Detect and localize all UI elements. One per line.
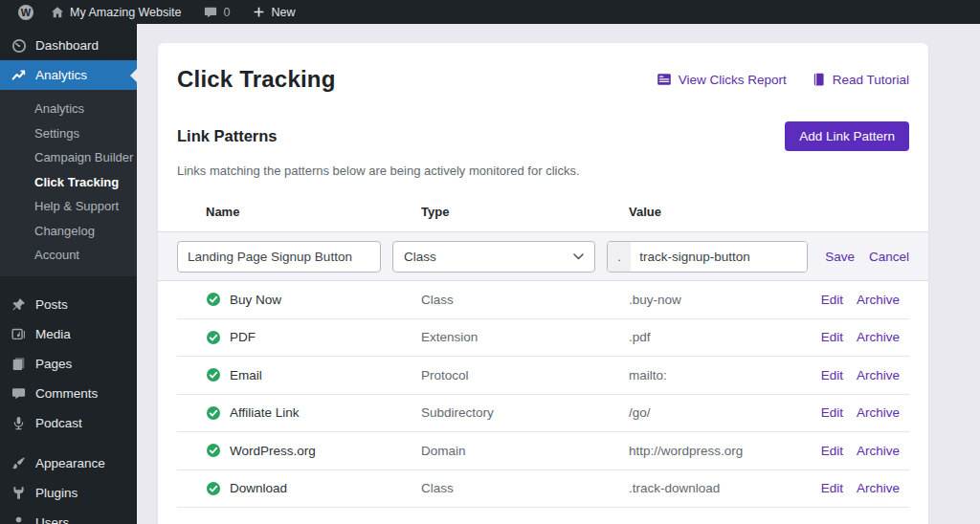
sidebar-item-label: Plugins [35, 486, 78, 500]
comments-icon [11, 386, 27, 401]
submenu-item-changelog[interactable]: Changelog [0, 219, 137, 244]
archive-link[interactable]: Archive [857, 405, 900, 420]
submenu-item-click-tracking[interactable]: Click Tracking [0, 170, 137, 195]
sidebar-item-label: Pages [35, 357, 72, 371]
book-icon [812, 72, 826, 87]
comments-menu[interactable]: 0 [195, 0, 238, 24]
sidebar-item-label: Dashboard [35, 38, 99, 53]
pages-icon [11, 357, 27, 371]
plug-icon [11, 486, 27, 500]
content-area: Click Tracking View Clicks Report Read T… [137, 24, 980, 524]
archive-link[interactable]: Archive [857, 444, 900, 458]
edit-link[interactable]: Edit [821, 293, 843, 307]
site-menu[interactable]: My Amazing Website [42, 0, 189, 24]
pattern-value: .pdf [629, 330, 787, 344]
pattern-name-input[interactable] [177, 241, 381, 273]
sidebar-menu-group-lower: Appearance Plugins Users [0, 448, 137, 524]
home-icon [51, 6, 64, 19]
submenu-item-help-support[interactable]: Help & Support [0, 194, 137, 219]
active-check-icon [206, 481, 221, 496]
new-label: New [271, 6, 295, 19]
pattern-value: .track-download [629, 481, 787, 495]
sidebar-item-analytics[interactable]: Analytics [0, 60, 137, 90]
archive-link[interactable]: Archive [857, 368, 900, 382]
new-content-menu[interactable]: New [244, 0, 303, 24]
site-name: My Amazing Website [70, 6, 181, 19]
pattern-value: mailto: [629, 368, 787, 382]
admin-sidebar: Dashboard Analytics Analytics Settings C… [0, 24, 137, 524]
archive-link[interactable]: Archive [857, 330, 900, 344]
column-header-type: Type [421, 205, 629, 219]
pattern-type: Domain [421, 444, 629, 458]
link-patterns-description: Links matching the patterns below are be… [177, 164, 909, 178]
table-row: Affiliate Link Subdirectory /go/ Edit Ar… [177, 395, 909, 433]
sidebar-menu-group: Posts Media Pages Comments [0, 290, 137, 438]
sidebar-item-podcast[interactable]: Podcast [0, 408, 137, 438]
sidebar-item-users[interactable]: Users [0, 508, 137, 524]
table-row: Download Class .track-download Edit Arch… [177, 470, 909, 509]
pattern-value-input[interactable] [631, 242, 807, 272]
media-icon [11, 327, 27, 341]
pattern-type: Protocol [421, 368, 629, 382]
sidebar-item-label: Appearance [35, 456, 105, 470]
read-tutorial-link[interactable]: Read Tutorial [812, 72, 909, 87]
sidebar-item-comments[interactable]: Comments [0, 379, 137, 408]
active-check-icon [206, 405, 221, 421]
submenu-item-account[interactable]: Account [0, 243, 137, 268]
edit-link[interactable]: Edit [821, 368, 843, 382]
cancel-button[interactable]: Cancel [869, 250, 909, 264]
add-link-pattern-button[interactable]: Add Link Pattern [785, 121, 909, 151]
sidebar-item-appearance[interactable]: Appearance [0, 448, 137, 478]
save-button[interactable]: Save [825, 250, 855, 264]
wp-logo-menu[interactable]: W [10, 0, 42, 24]
active-check-icon [206, 292, 221, 307]
pattern-name: Buy Now [230, 293, 281, 307]
pattern-value-prefix: . [608, 242, 631, 272]
link-patterns-title: Link Patterns [177, 127, 278, 145]
active-check-icon [206, 443, 221, 458]
edit-link[interactable]: Edit [821, 444, 843, 458]
submenu-item-settings[interactable]: Settings [0, 121, 137, 146]
pattern-type-select[interactable]: Class [392, 241, 595, 273]
edit-link[interactable]: Edit [821, 405, 843, 420]
sidebar-item-pages[interactable]: Pages [0, 349, 137, 379]
pattern-type: Subdirectory [421, 405, 629, 420]
sidebar-item-label: Comments [35, 386, 98, 401]
user-icon [11, 515, 27, 524]
chevron-down-icon [573, 253, 584, 260]
sidebar-item-label: Analytics [35, 68, 87, 82]
pattern-type: Class [421, 481, 629, 495]
analytics-submenu: Analytics Settings Campaign Builder Clic… [0, 90, 137, 276]
click-tracking-card: Click Tracking View Clicks Report Read T… [158, 43, 928, 524]
wordpress-logo-icon: W [18, 5, 33, 20]
edit-link[interactable]: Edit [821, 481, 843, 495]
column-header-name: Name [206, 205, 421, 219]
edit-link[interactable]: Edit [821, 330, 843, 344]
link-patterns-header: Link Patterns Add Link Pattern [177, 121, 909, 151]
pushpin-icon [11, 297, 27, 312]
view-clicks-report-link[interactable]: View Clicks Report [657, 72, 787, 87]
sidebar-item-posts[interactable]: Posts [0, 290, 137, 319]
report-icon [657, 72, 672, 87]
table-row: Email Protocol mailto: Edit Archive [177, 357, 909, 395]
header-links: View Clicks Report Read Tutorial [657, 72, 909, 87]
sidebar-item-media[interactable]: Media [0, 319, 137, 349]
submenu-item-campaign-builder[interactable]: Campaign Builder [0, 145, 137, 170]
screen: W My Amazing Website 0 New Dashbo [0, 0, 980, 524]
pattern-name: PDF [230, 330, 256, 344]
sidebar-item-label: Podcast [35, 416, 82, 430]
link-patterns-table: Name Type Value Class . [177, 191, 909, 508]
archive-link[interactable]: Archive [857, 481, 900, 495]
submenu-item-analytics[interactable]: Analytics [0, 97, 137, 121]
table-header-row: Name Type Value [177, 191, 909, 231]
sidebar-item-label: Posts [35, 297, 68, 312]
comments-count: 0 [223, 6, 230, 19]
table-row: WordPress.org Domain http://wordpress.or… [177, 432, 909, 470]
archive-link[interactable]: Archive [857, 293, 900, 307]
analytics-chart-icon [11, 68, 27, 83]
table-row: PDF Extension .pdf Edit Archive [177, 319, 909, 358]
view-clicks-report-label: View Clicks Report [679, 73, 787, 87]
sidebar-item-dashboard[interactable]: Dashboard [0, 31, 137, 60]
sidebar-item-plugins[interactable]: Plugins [0, 478, 137, 508]
pattern-name: Download [230, 481, 287, 495]
